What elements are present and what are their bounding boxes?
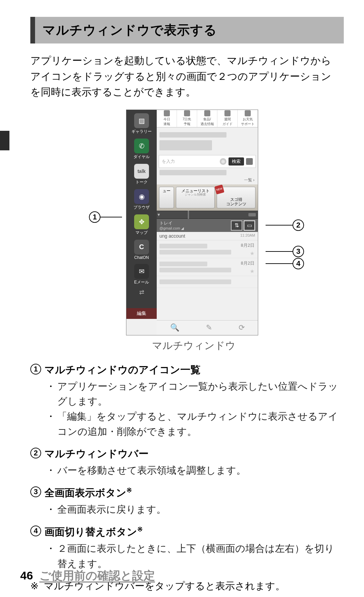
sidebar-app-browser[interactable]: ◉ブラウザ [128,188,155,212]
item-1: 1 マルチウィンドウのアイコン一覧 アプリケーションをアイコン一覧から表示したい… [30,363,344,440]
tab-icon [245,110,251,116]
top-tab[interactable]: 7日先 予報 [177,110,197,127]
sidebar-app-email[interactable]: ✉Eメール [128,263,155,287]
mail-message[interactable]: 8月2日 ★ [157,258,258,276]
top-tab[interactable]: 食品/ 過去情報 [197,110,217,127]
mail-header: トレイ @gmail.com ◢ ⇅ ▭ [157,219,258,232]
callout-2: 2 [266,219,304,231]
item-number: 2 [30,448,41,458]
callout-descriptions: 1 マルチウィンドウのアイコン一覧 アプリケーションをアイコン一覧から表示したい… [30,363,344,572]
item-title: マルチウィンドウのアイコン一覧 [44,363,201,377]
list-link[interactable]: 一覧 › [157,177,258,184]
item-2: 2 マルチウィンドウバー バーを移動させて表示領域を調整します。 [30,447,344,478]
item-title: 画面切り替えボタン※ [44,525,143,539]
refresh-icon[interactable]: ⟳ [239,323,245,332]
search-icon[interactable]: 🔍 [170,323,179,332]
section-header: マルチウィンドウで表示する [30,17,344,43]
page-number: 46 [20,569,33,582]
phone-screenshot: ▨ギャラリー ✆ダイヤル talkトーク ◉ブラウザ ✥マップ CChatON … [126,110,258,335]
page-tab-marker [0,131,9,150]
menu-btn-small[interactable]: ュー [159,187,174,209]
chaton-icon: C [134,240,149,255]
globe-icon: ◉ [134,189,149,204]
blurred-content [157,127,258,155]
swap-screens-button[interactable]: ⇅ [231,220,242,231]
sidebar-app-talk[interactable]: talkトーク [128,162,155,186]
sidebar-app-chaton[interactable]: CChatON [128,238,155,261]
page-footer: 46 ご使用前の確認と設定 [20,568,155,584]
section-title: マルチウィンドウで表示する [42,22,336,39]
chevron-down-icon: ▼ [157,212,161,217]
multiwindow-sidebar: ▨ギャラリー ✆ダイヤル talkトーク ◉ブラウザ ✥マップ CChatON … [126,110,157,319]
bullet: 全画面表示に戻ります。 [46,502,344,517]
item-3: 3 全画面表示ボタン※ 全画面表示に戻ります。 [30,485,344,517]
menu-list-button[interactable]: メニューリストジャンル別検索 [176,187,215,209]
phone-icon: ✆ [134,139,149,153]
callout-4: 4 [266,258,304,269]
item-title: 全画面表示ボタン※ [44,485,132,500]
bullet: ２画面に表示したときに、上下（横画面の場合は左右）を切り替えます。 [46,541,344,571]
item-number: 4 [30,526,41,536]
bullet: アプリケーションをアイコン一覧から表示したい位置へドラッグします。 [46,379,344,409]
star-icon[interactable]: ★ [250,250,254,257]
item-number: 1 [30,364,41,375]
top-tab[interactable]: お天気 サポート [238,110,258,127]
bullet: 「編集」をタップすると、マルチウィンドウに表示させるアイコンの追加・削除ができま… [46,409,344,439]
tab-icon [224,110,231,116]
sugotoku-button[interactable]: NEW スゴ得 コンテンツ [217,187,255,209]
mail-message[interactable]: 8月2日 ★ [157,240,258,258]
bar-grip-icon [188,211,189,219]
footer-section: ご使用前の確認と設定 [39,569,155,582]
bar-grip-icon [248,213,256,216]
callout-3: 3 [266,246,304,257]
mail-message[interactable] [157,276,258,288]
bullet: バーを移動させて表示領域を調整します。 [46,463,344,478]
mail-icon: ✉ [134,264,149,279]
figure: 1 2 3 4 ▨ギャラリー ✆ダイヤル talkトーク ◉ブラウザ ✥マップ … [20,110,344,353]
tab-icon [204,110,210,116]
sidebar-app-dial[interactable]: ✆ダイヤル [128,137,155,161]
maps-icon: ✥ [134,214,149,229]
item-title: マルチウィンドウバー [44,447,149,461]
multiwindow-bar[interactable]: ▼ [157,211,258,219]
clear-icon[interactable]: ⊗ [220,158,226,165]
mail-tray-label: トレイ [159,220,184,226]
fullscreen-button[interactable]: ▭ [244,220,255,231]
mail-bottom-bar: 🔍 ✎ ⟳ [157,320,258,335]
figure-caption: マルチウィンドウ [152,339,236,353]
sidebar-app-maps[interactable]: ✥マップ [128,213,155,237]
top-tab[interactable]: 今日 速報 [157,110,177,127]
mail-address[interactable]: @gmail.com ◢ [159,226,184,231]
search-button[interactable]: 検索 [229,157,244,166]
tab-icon [184,110,190,116]
gallery-icon: ▨ [134,113,149,128]
account-row[interactable]: ung account 11:20AM [157,232,258,240]
search-input[interactable]: を入力 [162,158,218,165]
compose-icon[interactable]: ✎ [206,323,212,332]
intro-paragraph: アプリケーションを起動している状態で、マルチウィンドウからアイコンをドラッグする… [30,53,340,100]
tab-icon [164,110,170,116]
sidebar-app-gallery[interactable]: ▨ギャラリー [128,112,155,136]
item-number: 3 [30,486,41,497]
sidebar-edit-button[interactable]: 編集 [126,308,157,319]
search-bar: を入力 ⊗ 検索 [159,155,256,168]
sidebar-expand-icon[interactable]: ⇄ [139,289,144,296]
star-icon[interactable]: ★ [250,268,254,274]
callout-1: 1 [89,211,122,223]
mic-icon[interactable] [246,158,253,165]
new-badge-icon: NEW [214,184,224,194]
talk-icon: talk [134,164,149,179]
item-4: 4 画面切り替えボタン※ ２画面に表示したときに、上下（横画面の場合は左右）を切… [30,525,344,571]
weather-top-tabs: 今日 速報 7日先 予報 食品/ 過去情報 週間 ガイド お天気 サポート [157,110,258,127]
top-tab[interactable]: 週間 ガイド [217,110,238,127]
menu-row: ュー メニューリストジャンル別検索 NEW スゴ得 コンテンツ [157,184,258,211]
